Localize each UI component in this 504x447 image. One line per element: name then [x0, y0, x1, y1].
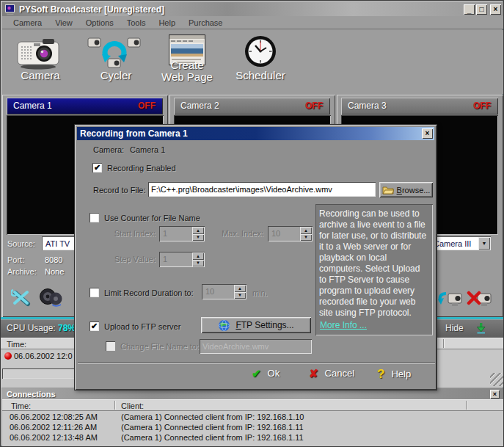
ok-button-label: Ok — [268, 368, 280, 379]
record-to-file-label: Record to File: — [93, 186, 146, 195]
x-icon: ✘ — [309, 368, 318, 379]
spin-down-icon[interactable]: ▼ — [192, 260, 204, 267]
close-button[interactable]: × — [490, 4, 501, 15]
step-value-value: 1 — [163, 255, 167, 264]
column-divider[interactable] — [443, 339, 445, 348]
maximize-button[interactable]: □ — [476, 4, 487, 15]
camera1-status-badge: OFF — [138, 98, 156, 115]
dialog-title-bar: Recording from Camera 1 × — [77, 127, 434, 140]
camera-delete-icon[interactable] — [467, 289, 493, 311]
camera-icon[interactable] — [16, 37, 62, 73]
cpu-usage-label: CPU Usage: — [7, 323, 56, 333]
minimize-button[interactable]: _ — [464, 4, 475, 15]
tools-icon[interactable] — [11, 288, 32, 310]
cycler-icon[interactable] — [86, 35, 143, 72]
check-icon: ✔ — [252, 368, 261, 379]
browse-button[interactable]: Browse... — [379, 182, 433, 197]
menu-help[interactable]: Help — [152, 17, 182, 29]
hide-button[interactable]: Hide — [445, 323, 464, 333]
menu-camera[interactable]: Camera — [7, 17, 48, 29]
camera1-archive-label: Archive: — [7, 267, 37, 276]
connection-client: (Camera 1) Connected client from IP: 192… — [121, 433, 304, 442]
camera2-title: Camera 2 — [180, 101, 219, 111]
help-button-label: Help — [391, 368, 411, 379]
toolbar-create-web-page-label[interactable]: Create Web Page — [161, 59, 213, 83]
camera1-header[interactable]: Camera 1 OFF — [7, 98, 163, 115]
connections-time-header: Time: — [11, 401, 31, 410]
spin-down-icon[interactable]: ▼ — [192, 234, 204, 241]
chevron-down-icon[interactable]: ▼ — [478, 237, 490, 250]
cancel-button-label: Cancel — [325, 368, 354, 379]
spin-down-icon[interactable]: ▼ — [300, 234, 312, 241]
spin-up-icon[interactable]: ▲ — [192, 252, 204, 260]
spin-up-icon[interactable]: ▲ — [300, 227, 312, 234]
scheduler-icon[interactable] — [244, 35, 277, 70]
title-bar: PYSoft Broadcaster [Unregistered] _ □ × — [2, 2, 503, 16]
window-title: PYSoft Broadcaster [Unregistered] — [19, 4, 462, 15]
menu-bar: Camera View Options Tools Help Purchase — [2, 16, 503, 29]
camera2-header[interactable]: Camera 2 OFF — [174, 98, 330, 115]
camera-label: Camera: — [93, 145, 124, 154]
camera3-header[interactable]: Camera 3 OFF — [341, 98, 498, 115]
hide-arrow-icon[interactable] — [475, 322, 486, 336]
limit-duration-stepper[interactable]: 10 ▲▼ — [202, 284, 246, 299]
max-index-stepper[interactable]: 10 ▲▼ — [268, 226, 313, 241]
camera1-title: Camera 1 — [13, 101, 52, 111]
connections-close-icon[interactable]: × — [490, 390, 500, 399]
camera1-port-value: 8080 — [45, 255, 62, 264]
menu-tools[interactable]: Tools — [120, 17, 153, 29]
help-button[interactable]: ? Help — [377, 368, 411, 380]
start-index-stepper[interactable]: 1 ▲▼ — [159, 226, 205, 241]
ok-button[interactable]: ✔ Ok — [252, 368, 280, 379]
dialog-close-button[interactable]: × — [422, 128, 433, 139]
start-index-value: 1 — [163, 229, 167, 238]
spin-up-icon[interactable]: ▲ — [234, 285, 246, 292]
camera3-source-value: Camera III — [434, 239, 471, 248]
browse-button-label: Browse... — [397, 186, 431, 195]
dialog-divider — [78, 363, 435, 364]
limit-duration-checkbox[interactable] — [90, 288, 99, 297]
column-divider[interactable] — [466, 401, 467, 410]
upload-ftp-label: Upload to FTP server — [104, 322, 180, 331]
menu-options[interactable]: Options — [79, 17, 120, 29]
spin-down-icon[interactable]: ▼ — [234, 292, 246, 299]
cpu-usage-value: 78% — [58, 323, 76, 333]
resize-grip[interactable] — [490, 373, 503, 386]
media-archive-icon[interactable] — [39, 288, 64, 310]
menu-view[interactable]: View — [48, 17, 79, 29]
cancel-button[interactable]: ✘ Cancel — [309, 368, 354, 379]
more-info-link[interactable]: More Info ... — [320, 320, 367, 330]
recording-enabled-checkbox[interactable]: ✔ — [92, 163, 102, 172]
limit-duration-value: 10 — [205, 287, 214, 296]
camera-value: Camera 1 — [130, 145, 165, 154]
step-value-stepper[interactable]: 1 ▲▼ — [159, 252, 205, 267]
spin-up-icon[interactable]: ▲ — [192, 227, 204, 234]
connections-title: Connections — [7, 390, 490, 399]
log-footer-cell — [2, 368, 76, 379]
use-counter-checkbox[interactable] — [90, 213, 99, 222]
camera-refresh-icon[interactable] — [437, 289, 464, 311]
camera3-source-select[interactable]: Camera III ▼ — [430, 236, 491, 250]
connection-client: (Camera 1) Connected client from IP: 192… — [121, 423, 304, 432]
record-to-file-input[interactable] — [148, 182, 376, 197]
column-divider[interactable] — [114, 401, 116, 410]
step-value-label: Step Value: — [104, 255, 156, 264]
camera3-status-badge: OFF — [473, 98, 491, 115]
change-filename-checkbox[interactable] — [106, 341, 115, 351]
ftp-settings-button-label: FTP Settings... — [235, 320, 293, 330]
connections-list: 06.06.2002 12:08:25 AM (Camera 1) Connec… — [2, 411, 503, 446]
toolbar-scheduler-label[interactable]: Scheduler — [231, 70, 290, 81]
ftp-settings-button[interactable]: FTP Settings... — [201, 317, 311, 333]
app-icon[interactable] — [4, 4, 16, 15]
menu-purchase[interactable]: Purchase — [182, 17, 229, 29]
folder-icon — [382, 186, 394, 195]
log-row-time: 06.06.2002 12:0 — [14, 352, 73, 360]
toolbar-camera-label[interactable]: Camera — [11, 70, 70, 81]
recording-enabled-label: Recording Enabled — [107, 164, 176, 172]
limit-duration-label: Limit Record Duration to: — [104, 288, 194, 297]
recording-dialog: Recording from Camera 1 × Camera: Camera… — [74, 124, 437, 390]
toolbar-cycler-label[interactable]: Cycler — [87, 70, 145, 81]
camera1-archive-value: None — [45, 267, 64, 276]
change-filename-input[interactable] — [200, 339, 312, 354]
upload-ftp-checkbox[interactable]: ✔ — [90, 321, 99, 331]
